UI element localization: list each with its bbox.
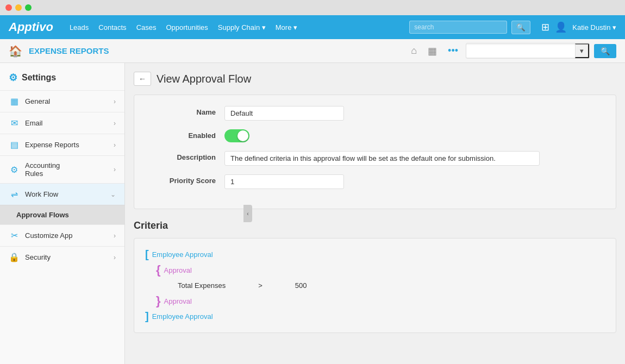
sidebar-header-label: Settings: [22, 73, 56, 83]
customize-icon: ✂: [9, 230, 20, 241]
general-arrow-icon: ›: [114, 98, 116, 105]
description-label: Description: [151, 151, 216, 161]
app-bar: 🏠 EXPENSE REPORTS ⌂ ▦ ••• ▾ 🔍: [0, 39, 625, 63]
sidebar-header: ⚙ Settings: [0, 63, 124, 90]
name-row: Name Default: [151, 106, 599, 121]
content-area: ← View Approval Flow Name Default Enable…: [125, 63, 625, 364]
home-btn[interactable]: ⌂: [408, 44, 420, 58]
page-header: ← View Approval Flow: [134, 72, 616, 86]
sidebar-accounting-label: AccountingRules: [25, 161, 114, 178]
sidebar-item-email[interactable]: ✉ Email ›: [0, 112, 124, 134]
app-bar-search-btn[interactable]: 🔍: [594, 44, 616, 58]
general-icon: ▦: [9, 96, 20, 106]
curly-close-icon: }: [156, 294, 161, 308]
page-title: View Approval Flow: [157, 73, 251, 85]
criteria-approval-close: } Approval: [145, 293, 605, 309]
expense-icon: ▤: [9, 140, 20, 150]
main-layout: ⚙ Settings ▦ General › ✉ Email › ▤ Expen…: [0, 63, 625, 364]
sidebar: ⚙ Settings ▦ General › ✉ Email › ▤ Expen…: [0, 63, 125, 364]
enabled-label: Enabled: [151, 129, 216, 140]
square-open-icon: [: [145, 248, 149, 261]
app-title-text: EXPENSE REPORTS: [29, 46, 109, 55]
nav-links: Leads Contacts Cases Opportunities Suppl…: [70, 23, 297, 32]
criteria-employee-close: ] Employee Approval: [145, 309, 605, 324]
nav-contacts[interactable]: Contacts: [98, 23, 126, 32]
criteria-operator: >: [258, 281, 262, 290]
close-btn[interactable]: [5, 4, 12, 11]
sidebar-general-label: General: [25, 97, 114, 105]
sidebar-customize-label: Customize App: [25, 231, 114, 240]
app-bar-search-input[interactable]: [466, 45, 575, 57]
expense-arrow-icon: ›: [114, 141, 116, 149]
toggle-knob: [238, 130, 248, 141]
nav-leads[interactable]: Leads: [70, 23, 89, 32]
criteria-approval-open: { Approval: [145, 262, 605, 278]
app-title: EXPENSE REPORTS: [29, 46, 109, 55]
nav-icons: ⊞ 👤 Katie Dustin ▾: [541, 21, 616, 33]
criteria-title: Criteria: [134, 220, 616, 231]
search-button[interactable]: 🔍: [511, 21, 530, 34]
maximize-btn[interactable]: [25, 4, 32, 11]
app-bar-right: ⌂ ▦ ••• ▾ 🔍: [408, 43, 616, 59]
sidebar-security-label: Security: [25, 253, 114, 261]
name-value: Default: [224, 106, 344, 121]
customize-arrow-icon: ›: [114, 232, 116, 240]
chart-btn[interactable]: ▦: [424, 44, 440, 58]
curly-open-icon: {: [156, 263, 161, 277]
nav-supply-chain[interactable]: Supply Chain ▾: [218, 23, 266, 32]
priority-label: Priority Score: [151, 174, 216, 185]
sidebar-item-workflow[interactable]: ⇌ Work Flow ⌄: [0, 183, 124, 205]
user-icon[interactable]: 👤: [555, 21, 567, 33]
sidebar-collapse-btn[interactable]: ‹: [243, 205, 252, 222]
workflow-icon: ⇌: [9, 189, 20, 199]
sidebar-item-accounting-rules[interactable]: ⚙ AccountingRules ›: [0, 155, 124, 183]
sidebar-workflow-label: Work Flow: [25, 190, 110, 198]
more-btn[interactable]: •••: [445, 44, 461, 58]
criteria-employee-open: [ Employee Approval: [145, 247, 605, 262]
security-icon: 🔒: [9, 252, 20, 262]
enabled-toggle[interactable]: [224, 129, 249, 142]
sidebar-item-expense-reports[interactable]: ▤ Expense Reports ›: [0, 134, 124, 155]
sidebar-item-customize-app[interactable]: ✂ Customize App ›: [0, 224, 124, 246]
employee-approval-close-label: Employee Approval: [152, 312, 213, 321]
user-label: Katie Dustin ▾: [572, 23, 616, 32]
user-menu[interactable]: Katie Dustin ▾: [572, 23, 616, 32]
sidebar-item-security[interactable]: 🔒 Security ›: [0, 246, 124, 268]
accounting-arrow-icon: ›: [114, 166, 116, 173]
logo: Apptivo: [9, 20, 53, 34]
form-card: Name Default Enabled Description The def…: [134, 95, 616, 209]
settings-icon: ⚙: [9, 72, 17, 84]
nav-opportunities[interactable]: Opportunities: [166, 23, 208, 32]
criteria-value: 500: [295, 281, 307, 290]
apps-icon[interactable]: ⊞: [541, 21, 549, 33]
nav-search: 🔍: [409, 21, 530, 34]
description-value: The defined criteria in this approval fl…: [224, 151, 540, 166]
top-nav: Apptivo Leads Contacts Cases Opportuniti…: [0, 15, 625, 39]
email-icon: ✉: [9, 118, 20, 128]
name-label: Name: [151, 106, 216, 116]
description-row: Description The defined criteria in this…: [151, 151, 599, 166]
criteria-field: Total Expenses: [178, 281, 226, 290]
sidebar-email-label: Email: [25, 119, 114, 127]
priority-row: Priority Score 1: [151, 174, 599, 189]
app-bar-dropdown-btn[interactable]: ▾: [575, 43, 589, 58]
search-input[interactable]: [409, 21, 507, 34]
nav-cases[interactable]: Cases: [136, 23, 157, 32]
approval-close-label: Approval: [164, 297, 192, 305]
minimize-btn[interactable]: [15, 4, 22, 11]
accounting-icon: ⚙: [9, 165, 20, 175]
criteria-card: [ Employee Approval { Approval Total Exp…: [134, 238, 616, 333]
criteria-data-row: Total Expenses > 500: [145, 278, 605, 293]
email-arrow-icon: ›: [114, 120, 116, 127]
priority-value: 1: [224, 174, 344, 189]
nav-more[interactable]: More ▾: [276, 23, 297, 32]
app-bar-dropdown: ▾: [466, 43, 590, 59]
sidebar-item-general[interactable]: ▦ General ›: [0, 90, 124, 112]
sidebar-approval-flows-label: Approval Flows: [16, 211, 69, 219]
workflow-arrow-icon: ⌄: [110, 191, 116, 198]
square-close-icon: ]: [145, 310, 149, 323]
sidebar-item-approval-flows[interactable]: Approval Flows: [0, 205, 124, 224]
app-bar-home-icon: 🏠: [9, 45, 22, 58]
back-button[interactable]: ←: [134, 72, 151, 86]
security-arrow-icon: ›: [114, 254, 116, 261]
